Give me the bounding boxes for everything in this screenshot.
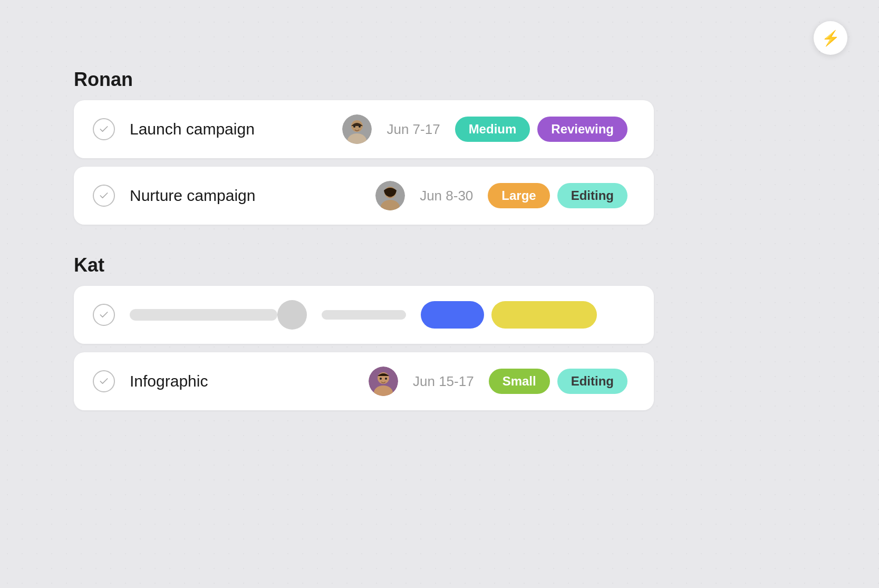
task-card-launch-campaign: Launch campaign Jun 7-17MediumReviewing xyxy=(74,100,654,158)
task-status-badge[interactable] xyxy=(491,301,597,329)
svg-point-15 xyxy=(385,378,387,380)
task-avatar xyxy=(375,181,405,210)
task-name: Nurture campaign xyxy=(130,187,375,205)
task-avatar xyxy=(369,367,398,396)
task-date: Jun 7-17 xyxy=(387,121,440,138)
svg-point-5 xyxy=(359,126,361,128)
task-date: Jun 15-17 xyxy=(413,373,474,390)
task-status-badge[interactable]: Editing xyxy=(557,369,627,394)
task-status-badge[interactable]: Reviewing xyxy=(537,117,627,142)
svg-point-14 xyxy=(380,378,382,380)
task-size-badge[interactable] xyxy=(421,301,484,329)
task-status-badge[interactable]: Editing xyxy=(557,183,627,208)
group-label-ronan: Ronan xyxy=(74,69,654,91)
task-check-icon[interactable] xyxy=(93,370,115,392)
task-card-nurture-campaign: Nurture campaign Jun 8-30LargeEditing xyxy=(74,167,654,225)
main-content: Ronan Launch campaign Jun 7-17MediumRevi… xyxy=(74,69,654,419)
task-name xyxy=(130,309,277,321)
task-name: Launch campaign xyxy=(130,120,342,138)
task-card-infographic: Infographic Jun 15-17SmallEditing xyxy=(74,352,654,410)
task-check-icon[interactable] xyxy=(93,304,115,326)
task-size-badge[interactable]: Large xyxy=(488,183,549,208)
task-size-badge[interactable]: Medium xyxy=(455,117,530,142)
group-label-kat: Kat xyxy=(74,254,654,276)
task-card-kat-task-loading xyxy=(74,286,654,344)
task-check-icon[interactable] xyxy=(93,185,115,207)
task-avatar xyxy=(342,114,372,144)
svg-point-4 xyxy=(353,126,355,128)
task-avatar xyxy=(277,300,307,330)
lightning-icon: ⚡ xyxy=(822,30,840,47)
task-size-badge[interactable]: Small xyxy=(489,369,550,394)
task-check-icon[interactable] xyxy=(93,118,115,140)
task-date: Jun 8-30 xyxy=(420,188,473,204)
task-date xyxy=(322,310,406,320)
lightning-button[interactable]: ⚡ xyxy=(814,21,847,55)
task-name: Infographic xyxy=(130,372,369,390)
